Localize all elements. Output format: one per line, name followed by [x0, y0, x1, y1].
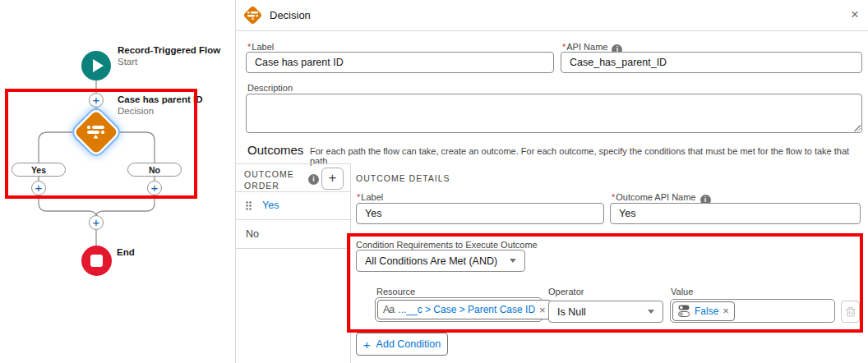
remove-pill-icon[interactable]: ×: [723, 305, 729, 317]
plus-connector-icon[interactable]: +: [31, 181, 46, 195]
close-icon[interactable]: ×: [851, 7, 859, 23]
header-divider: [236, 30, 868, 31]
add-outcome-button[interactable]: +: [321, 168, 344, 190]
resource-pill[interactable]: Aa ...__c > Case > Parent Case ID ×: [377, 300, 552, 319]
outcome-label-field[interactable]: [356, 203, 604, 224]
add-condition-button[interactable]: + Add Condition: [356, 333, 448, 356]
label-field-label: *Label: [247, 42, 274, 52]
condition-requirements-dropdown[interactable]: All Conditions Are Met (AND): [356, 250, 525, 272]
outcome-order-item-label: Yes: [262, 200, 279, 211]
add-condition-label: Add Condition: [376, 338, 441, 350]
condition-requirements-value: All Conditions Are Met (AND): [365, 255, 497, 267]
outcome-order-top-border: [236, 163, 351, 164]
outcome-details-heading: OUTCOME DETAILS: [356, 173, 450, 183]
outcomes-help-text: For each path the flow can take, create …: [310, 146, 861, 166]
resource-field-label: Resource: [376, 287, 415, 296]
divider: [236, 248, 350, 249]
api-name-field[interactable]: [561, 52, 862, 73]
outcome-order-heading: OUTCOME ORDER: [244, 168, 295, 191]
decision-node[interactable]: [77, 113, 115, 151]
description-textarea[interactable]: [246, 94, 862, 133]
description-field-label: Description: [247, 83, 293, 93]
operator-value: Is Null: [557, 306, 586, 318]
outcome-label-input[interactable]: [356, 203, 604, 224]
value-field-label: Value: [671, 287, 693, 296]
description-field[interactable]: [246, 94, 862, 133]
end-node[interactable]: [81, 246, 112, 276]
plus-connector-icon[interactable]: +: [89, 93, 104, 108]
plus-connector-icon[interactable]: +: [89, 215, 104, 230]
value-field[interactable]: False ×: [670, 299, 835, 323]
panel-title: Decision: [270, 9, 311, 21]
outcomes-heading: Outcomes: [247, 143, 303, 157]
drag-handle-icon[interactable]: [246, 201, 252, 210]
decision-icon: [87, 126, 105, 139]
value-pill-label: False: [695, 306, 718, 317]
toggle-icon: [678, 305, 690, 317]
resource-field[interactable]: Aa ...__c > Case > Parent Case ID ×: [375, 297, 542, 322]
branch-pill-no[interactable]: No: [127, 163, 182, 177]
info-icon[interactable]: i: [308, 174, 319, 185]
plus-connector-icon[interactable]: +: [147, 181, 162, 195]
outcome-order-item-no[interactable]: No: [236, 219, 350, 248]
resource-pill-label: ...__c > Case > Parent Case ID: [398, 304, 535, 315]
start-node[interactable]: [81, 51, 111, 80]
outcome-order-item-label: No: [246, 228, 259, 240]
outcome-api-name-input[interactable]: [610, 203, 861, 224]
outcome-label-field-label: *Label: [357, 192, 383, 202]
end-icon: [90, 255, 103, 267]
operator-field-label: Operator: [548, 287, 584, 296]
chevron-down-icon: [510, 259, 516, 263]
api-name-input[interactable]: [561, 52, 862, 73]
trash-icon: [846, 306, 856, 317]
delete-condition-button[interactable]: [841, 301, 860, 323]
label-field[interactable]: [246, 52, 554, 73]
chevron-down-icon: [648, 310, 654, 314]
operator-dropdown[interactable]: Is Null: [548, 301, 663, 323]
condition-requirements-label: Condition Requirements to Execute Outcom…: [356, 240, 538, 250]
remove-pill-icon[interactable]: ×: [539, 304, 546, 316]
label-input[interactable]: [246, 52, 554, 73]
outcome-api-name-field[interactable]: [610, 203, 861, 224]
decision-icon: [244, 7, 262, 25]
outcome-order-item-yes[interactable]: Yes: [236, 191, 350, 219]
decision-edit-panel: Decision × *Label *API Namei Description…: [235, 0, 868, 363]
branch-pill-yes[interactable]: Yes: [12, 163, 66, 177]
flow-builder-screen: Record-Triggered Flow Start + Case has p…: [0, 0, 868, 363]
text-type-icon: Aa: [383, 304, 394, 315]
value-pill[interactable]: False ×: [672, 301, 735, 321]
plus-icon: +: [363, 338, 371, 352]
play-icon: [93, 59, 104, 72]
outcome-order-right-border: [350, 163, 351, 363]
resize-handle[interactable]: [854, 125, 861, 131]
